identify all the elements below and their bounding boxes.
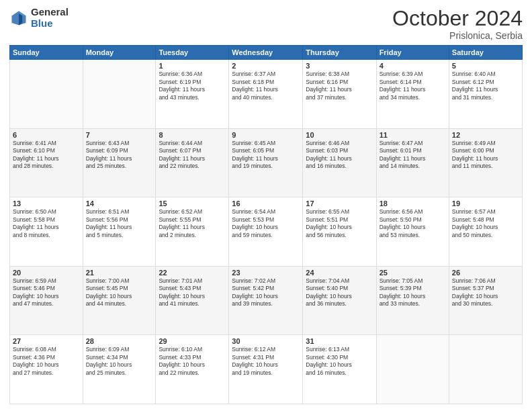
day-info: Sunrise: 6:10 AM Sunset: 4:33 PM Dayligh…	[159, 346, 226, 377]
day-number: 3	[306, 62, 373, 70]
day-info: Sunrise: 6:41 AM Sunset: 6:10 PM Dayligh…	[13, 140, 80, 171]
day-number: 14	[86, 199, 153, 208]
calendar-cell: 26Sunrise: 7:06 AM Sunset: 5:37 PM Dayli…	[449, 266, 522, 335]
calendar-cell: 4Sunrise: 6:39 AM Sunset: 6:14 PM Daylig…	[376, 60, 449, 129]
calendar-cell: 11Sunrise: 6:47 AM Sunset: 6:01 PM Dayli…	[376, 128, 449, 197]
weekday-header-friday: Friday	[376, 46, 449, 60]
day-info: Sunrise: 6:13 AM Sunset: 4:30 PM Dayligh…	[306, 346, 373, 377]
calendar-cell: 17Sunrise: 6:55 AM Sunset: 5:51 PM Dayli…	[303, 197, 376, 267]
day-info: Sunrise: 7:05 AM Sunset: 5:39 PM Dayligh…	[380, 277, 446, 308]
title-block: October 2024 Prislonica, Serbia	[392, 7, 523, 41]
logo-icon	[9, 9, 28, 28]
day-number: 13	[13, 199, 80, 208]
day-info: Sunrise: 6:09 AM Sunset: 4:34 PM Dayligh…	[86, 346, 153, 377]
day-info: Sunrise: 6:44 AM Sunset: 6:07 PM Dayligh…	[159, 140, 226, 171]
logo-general-text: General	[31, 7, 69, 18]
calendar-cell: 27Sunrise: 6:08 AM Sunset: 4:36 PM Dayli…	[10, 335, 83, 404]
day-number: 30	[232, 337, 300, 345]
day-info: Sunrise: 6:52 AM Sunset: 5:55 PM Dayligh…	[159, 208, 226, 239]
day-number: 28	[86, 337, 153, 345]
day-number: 17	[306, 199, 373, 208]
day-number: 8	[159, 131, 226, 139]
calendar-cell: 5Sunrise: 6:40 AM Sunset: 6:12 PM Daylig…	[449, 60, 522, 129]
day-info: Sunrise: 6:51 AM Sunset: 5:56 PM Dayligh…	[86, 208, 153, 239]
calendar-cell: 18Sunrise: 6:56 AM Sunset: 5:50 PM Dayli…	[376, 197, 449, 267]
calendar-cell: 8Sunrise: 6:44 AM Sunset: 6:07 PM Daylig…	[156, 128, 229, 197]
day-number: 20	[13, 269, 80, 277]
calendar-week-2: 6Sunrise: 6:41 AM Sunset: 6:10 PM Daylig…	[10, 128, 523, 197]
calendar-cell: 15Sunrise: 6:52 AM Sunset: 5:55 PM Dayli…	[156, 197, 229, 267]
calendar-cell: 14Sunrise: 6:51 AM Sunset: 5:56 PM Dayli…	[83, 197, 156, 267]
day-info: Sunrise: 6:57 AM Sunset: 5:48 PM Dayligh…	[452, 208, 519, 239]
calendar-cell: 2Sunrise: 6:37 AM Sunset: 6:18 PM Daylig…	[229, 60, 303, 129]
calendar-cell: 31Sunrise: 6:13 AM Sunset: 4:30 PM Dayli…	[303, 335, 376, 404]
calendar-cell: 22Sunrise: 7:01 AM Sunset: 5:43 PM Dayli…	[156, 266, 229, 335]
calendar-cell: 16Sunrise: 6:54 AM Sunset: 5:53 PM Dayli…	[229, 197, 303, 267]
day-number: 1	[159, 62, 226, 70]
weekday-header-monday: Monday	[83, 46, 156, 60]
day-info: Sunrise: 6:45 AM Sunset: 6:05 PM Dayligh…	[232, 140, 300, 171]
day-number: 6	[13, 131, 80, 139]
calendar-cell: 3Sunrise: 6:38 AM Sunset: 6:16 PM Daylig…	[303, 60, 376, 129]
calendar-cell: 13Sunrise: 6:50 AM Sunset: 5:58 PM Dayli…	[10, 197, 83, 267]
day-number: 23	[232, 269, 300, 277]
day-info: Sunrise: 6:59 AM Sunset: 5:46 PM Dayligh…	[13, 277, 80, 308]
day-number: 31	[306, 337, 373, 345]
calendar-cell: 1Sunrise: 6:36 AM Sunset: 6:19 PM Daylig…	[156, 60, 229, 129]
day-number: 22	[159, 269, 226, 277]
calendar-cell: 29Sunrise: 6:10 AM Sunset: 4:33 PM Dayli…	[156, 335, 229, 404]
weekday-header-thursday: Thursday	[303, 46, 376, 60]
calendar-cell	[83, 60, 156, 129]
day-number: 27	[13, 337, 80, 345]
page: General Blue October 2024 Prislonica, Se…	[0, 0, 532, 411]
day-number: 29	[159, 337, 226, 345]
day-info: Sunrise: 7:04 AM Sunset: 5:40 PM Dayligh…	[306, 277, 373, 308]
day-info: Sunrise: 6:49 AM Sunset: 6:00 PM Dayligh…	[452, 140, 519, 171]
day-number: 11	[380, 131, 446, 139]
calendar-cell: 21Sunrise: 7:00 AM Sunset: 5:45 PM Dayli…	[83, 266, 156, 335]
day-info: Sunrise: 6:38 AM Sunset: 6:16 PM Dayligh…	[306, 71, 373, 101]
location: Prislonica, Serbia	[392, 30, 523, 41]
day-info: Sunrise: 6:56 AM Sunset: 5:50 PM Dayligh…	[380, 208, 446, 239]
weekday-header-tuesday: Tuesday	[156, 46, 229, 60]
day-number: 18	[380, 199, 446, 208]
weekday-header-row: SundayMondayTuesdayWednesdayThursdayFrid…	[10, 46, 523, 60]
calendar-cell	[449, 335, 522, 404]
header: General Blue October 2024 Prislonica, Se…	[9, 7, 523, 41]
logo: General Blue	[9, 7, 69, 29]
day-number: 2	[232, 62, 300, 70]
calendar-week-3: 13Sunrise: 6:50 AM Sunset: 5:58 PM Dayli…	[10, 197, 523, 267]
day-number: 7	[86, 131, 153, 139]
day-info: Sunrise: 6:46 AM Sunset: 6:03 PM Dayligh…	[306, 140, 373, 171]
calendar-cell: 24Sunrise: 7:04 AM Sunset: 5:40 PM Dayli…	[303, 266, 376, 335]
day-number: 15	[159, 199, 226, 208]
day-number: 4	[380, 62, 446, 70]
day-info: Sunrise: 6:43 AM Sunset: 6:09 PM Dayligh…	[86, 140, 153, 171]
day-number: 9	[232, 131, 300, 139]
day-info: Sunrise: 7:06 AM Sunset: 5:37 PM Dayligh…	[452, 277, 519, 308]
day-info: Sunrise: 6:12 AM Sunset: 4:31 PM Dayligh…	[232, 346, 300, 377]
day-info: Sunrise: 7:02 AM Sunset: 5:42 PM Dayligh…	[232, 277, 300, 308]
day-info: Sunrise: 6:37 AM Sunset: 6:18 PM Dayligh…	[232, 71, 300, 101]
calendar-cell: 7Sunrise: 6:43 AM Sunset: 6:09 PM Daylig…	[83, 128, 156, 197]
day-number: 5	[452, 62, 519, 70]
day-info: Sunrise: 7:01 AM Sunset: 5:43 PM Dayligh…	[159, 277, 226, 308]
calendar-cell: 9Sunrise: 6:45 AM Sunset: 6:05 PM Daylig…	[229, 128, 303, 197]
day-number: 26	[452, 269, 519, 277]
calendar-cell: 30Sunrise: 6:12 AM Sunset: 4:31 PM Dayli…	[229, 335, 303, 404]
calendar-cell: 20Sunrise: 6:59 AM Sunset: 5:46 PM Dayli…	[10, 266, 83, 335]
day-info: Sunrise: 7:00 AM Sunset: 5:45 PM Dayligh…	[86, 277, 153, 308]
logo-text: General Blue	[31, 7, 69, 29]
day-info: Sunrise: 6:36 AM Sunset: 6:19 PM Dayligh…	[159, 71, 226, 101]
day-info: Sunrise: 6:55 AM Sunset: 5:51 PM Dayligh…	[306, 208, 373, 239]
day-info: Sunrise: 6:47 AM Sunset: 6:01 PM Dayligh…	[380, 140, 446, 171]
weekday-header-sunday: Sunday	[10, 46, 83, 60]
day-info: Sunrise: 6:40 AM Sunset: 6:12 PM Dayligh…	[452, 71, 519, 101]
calendar-week-1: 1Sunrise: 6:36 AM Sunset: 6:19 PM Daylig…	[10, 60, 523, 129]
calendar-table: SundayMondayTuesdayWednesdayThursdayFrid…	[9, 45, 523, 404]
day-number: 16	[232, 199, 300, 208]
day-number: 21	[86, 269, 153, 277]
day-info: Sunrise: 6:39 AM Sunset: 6:14 PM Dayligh…	[380, 71, 446, 101]
calendar-week-4: 20Sunrise: 6:59 AM Sunset: 5:46 PM Dayli…	[10, 266, 523, 335]
calendar-cell	[10, 60, 83, 129]
